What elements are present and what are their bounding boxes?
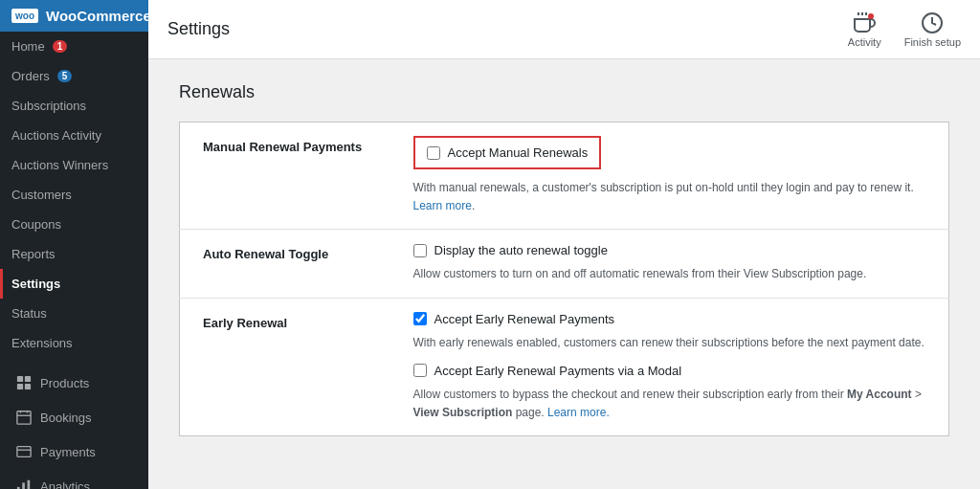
svg-rect-1 (25, 376, 31, 382)
sidebar-item-analytics-label: Analytics (40, 479, 90, 490)
sidebar-item-bookings-label: Bookings (40, 411, 91, 425)
finish-setup-label: Finish setup (904, 36, 961, 48)
early-renewal-modal-checkbox-row: Accept Early Renewal Payments via a Moda… (413, 364, 926, 378)
svg-rect-8 (17, 447, 31, 457)
sidebar-logo[interactable]: woo WooCommerce (0, 0, 148, 32)
sidebar-item-customers[interactable]: Customers (0, 180, 148, 210)
section-title: Renewals (179, 82, 949, 102)
activity-label: Activity (848, 36, 881, 48)
svg-rect-4 (17, 411, 31, 424)
early-renewal-checkbox-row: Accept Early Renewal Payments (413, 312, 926, 326)
sidebar-logo-text: WooCommerce (46, 8, 148, 24)
auto-renewal-label-cell: Auto Renewal Toggle (180, 230, 390, 298)
svg-rect-0 (17, 376, 23, 382)
early-renewal-learn-more[interactable]: Learn more. (547, 406, 610, 419)
sidebar-item-payments-label: Payments (40, 445, 96, 459)
sidebar-item-auctions-activity-label: Auctions Activity (11, 128, 101, 143)
sidebar-item-extensions-label: Extensions (11, 336, 73, 350)
sidebar-item-products-label: Products (40, 376, 89, 390)
sidebar-item-subscriptions-label: Subscriptions (11, 99, 86, 113)
topbar-actions: Activity Finish setup (848, 11, 961, 48)
sidebar-item-auctions-winners[interactable]: Auctions Winners (0, 150, 148, 180)
bar-chart-icon (15, 478, 33, 489)
accept-manual-renewals-checkbox[interactable] (427, 146, 440, 160)
activity-button[interactable]: Activity (848, 11, 881, 48)
sidebar-item-auctions-activity[interactable]: Auctions Activity (0, 121, 148, 150)
main-area: Settings Activity Finish setup (148, 0, 980, 489)
sidebar-item-reports-label: Reports (11, 247, 56, 261)
manual-renewal-label-cell: Manual Renewal Payments (180, 122, 390, 230)
display-auto-renewal-label: Display the auto renewal toggle (434, 243, 608, 257)
early-renewal-modal-label: Accept Early Renewal Payments via a Moda… (434, 364, 682, 378)
sidebar-item-payments[interactable]: Payments (0, 434, 148, 469)
auto-renewal-checkbox-row: Display the auto renewal toggle (413, 243, 926, 257)
early-renewal-label-cell: Early Renewal (180, 298, 390, 436)
svg-rect-2 (17, 384, 23, 389)
manual-renewal-description: With manual renewals, a customer's subsc… (413, 179, 926, 215)
sidebar-item-customers-label: Customers (11, 188, 72, 202)
early-renewal-modal-checkbox[interactable] (413, 364, 427, 377)
sidebar-item-bookings[interactable]: Bookings (0, 400, 148, 434)
early-renewal-control-cell: Accept Early Renewal Payments With early… (390, 298, 949, 436)
grid-icon (15, 374, 33, 391)
woo-icon: woo (11, 9, 38, 23)
sidebar-item-orders[interactable]: Orders 5 (0, 61, 148, 91)
manual-renewal-learn-more[interactable]: Learn more (413, 199, 472, 212)
sidebar-item-auctions-winners-label: Auctions Winners (11, 158, 108, 172)
sidebar-item-reports[interactable]: Reports (0, 239, 148, 269)
activity-icon (853, 11, 876, 34)
sidebar-item-coupons[interactable]: Coupons (0, 210, 148, 239)
credit-card-icon (15, 443, 33, 460)
accept-early-renewal-label: Accept Early Renewal Payments (434, 312, 615, 326)
manual-renewal-box: Accept Manual Renewals (413, 136, 602, 169)
sidebar-item-home[interactable]: Home 1 (0, 32, 148, 61)
content-area: Renewals Manual Renewal Payments Accept … (148, 59, 980, 489)
auto-renewal-description: Allow customers to turn on and off autom… (413, 265, 926, 283)
table-row-manual-renewal: Manual Renewal Payments Accept Manual Re… (180, 122, 949, 230)
manual-renewal-control-cell: Accept Manual Renewals With manual renew… (390, 122, 949, 230)
svg-point-16 (868, 13, 874, 19)
view-subscription-bold: View Subscription (413, 406, 513, 419)
accept-manual-renewals-label: Accept Manual Renewals (448, 145, 589, 160)
sidebar-item-orders-label: Orders (11, 69, 50, 83)
sidebar-item-settings[interactable]: Settings (0, 269, 148, 299)
sidebar: woo WooCommerce Home 1 Orders 5 Subscrip… (0, 0, 148, 489)
page-title: Settings (167, 19, 230, 39)
sidebar-item-extensions[interactable]: Extensions (0, 328, 148, 358)
table-row-auto-renewal: Auto Renewal Toggle Display the auto ren… (180, 230, 949, 298)
topbar: Settings Activity Finish setup (148, 0, 980, 59)
svg-rect-12 (28, 480, 31, 489)
early-renewal-description: With early renewals enabled, customers c… (413, 334, 926, 352)
sidebar-item-coupons-label: Coupons (11, 217, 61, 232)
display-auto-renewal-checkbox[interactable] (413, 244, 427, 257)
sidebar-item-settings-label: Settings (11, 277, 60, 291)
sidebar-item-products[interactable]: Products (0, 366, 148, 400)
sidebar-item-status[interactable]: Status (0, 299, 148, 328)
sidebar-item-home-label: Home (11, 39, 45, 54)
table-row-early-renewal: Early Renewal Accept Early Renewal Payme… (180, 298, 949, 436)
home-badge: 1 (53, 40, 68, 53)
finish-setup-icon (921, 11, 944, 34)
sidebar-item-subscriptions[interactable]: Subscriptions (0, 91, 148, 121)
finish-setup-button[interactable]: Finish setup (904, 11, 961, 48)
sidebar-item-status-label: Status (11, 306, 47, 321)
sidebar-item-analytics[interactable]: Analytics (0, 469, 148, 489)
auto-renewal-control-cell: Display the auto renewal toggle Allow cu… (390, 230, 949, 298)
accept-early-renewal-checkbox[interactable] (413, 312, 427, 325)
calendar-icon (15, 409, 33, 426)
svg-rect-3 (25, 384, 31, 389)
my-account-bold: My Account (847, 388, 912, 401)
svg-rect-11 (22, 482, 25, 489)
settings-table: Manual Renewal Payments Accept Manual Re… (179, 122, 949, 436)
early-renewal-modal-description: Allow customers to bypass the checkout a… (413, 386, 926, 422)
orders-badge: 5 (57, 70, 73, 82)
